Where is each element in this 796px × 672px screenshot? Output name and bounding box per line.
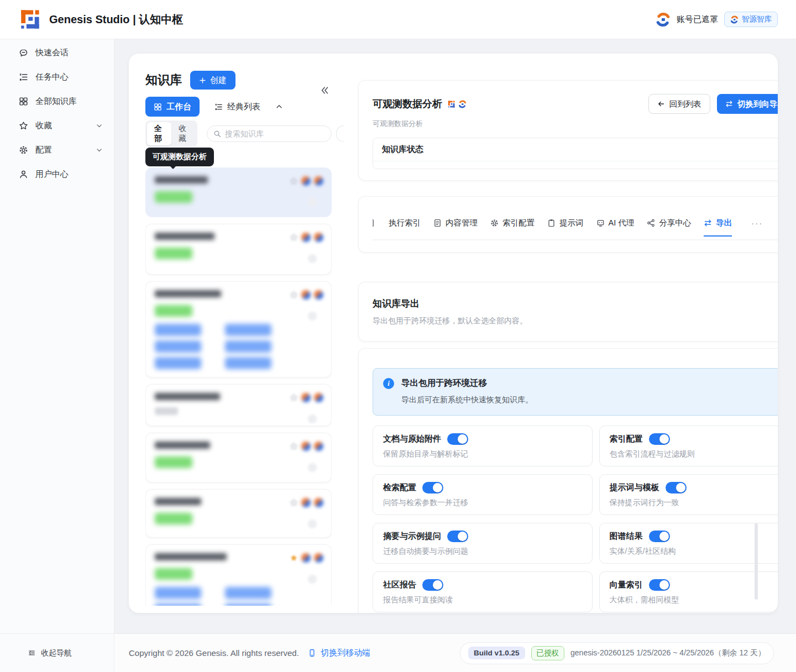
star-icon[interactable] — [290, 233, 298, 242]
toggle-switch-on[interactable] — [666, 482, 687, 494]
sidebar-item-favorites[interactable]: 收藏 — [0, 113, 114, 138]
blurred-more-button[interactable] — [308, 254, 317, 263]
option-label: 检索配置 — [383, 482, 416, 493]
model-logo-icon — [447, 100, 455, 108]
back-to-list-label: 回到列表 — [669, 99, 701, 109]
blurred-more-button[interactable] — [308, 414, 317, 423]
sidebar-item-user-center[interactable]: 用户中心 — [0, 162, 114, 186]
kb-card[interactable] — [145, 489, 332, 538]
gear-icon — [19, 145, 28, 155]
create-button[interactable]: 创建 — [190, 71, 235, 90]
blurred-model-logo-icon — [301, 442, 311, 451]
blurred-model-logo-icon — [301, 290, 311, 300]
license-info: genesis-20260125 1/25/2026 ~ 4/25/2026（剩… — [570, 648, 766, 658]
tab-workbench[interactable]: 工作台 — [145, 97, 200, 117]
option-label: 图谱结果 — [610, 531, 643, 542]
export-heading-card: 知识库导出 导出包用于跨环境迁移，默认全选全部内容。 — [358, 282, 778, 342]
tab-run-index[interactable]: 执行索引 — [389, 218, 421, 228]
sidebar-item-task-center[interactable]: 任务中心 — [0, 65, 114, 89]
switch-wizard-mode-button[interactable]: 切换到向导模式 — [717, 94, 778, 114]
blurred-model-logo-icon — [301, 553, 311, 563]
back-to-list-button[interactable]: 回到列表 — [648, 94, 710, 114]
switch-to-mobile-link[interactable]: 切换到移动端 — [308, 648, 370, 658]
kb-card[interactable] — [145, 224, 332, 275]
blurred-green-tag — [155, 248, 192, 259]
option-description: 大体积，需相同模型 — [610, 595, 778, 605]
toggle-switch-on[interactable] — [649, 433, 670, 445]
blurred-more-button[interactable] — [308, 463, 317, 472]
blurred-model-logo-icon — [314, 176, 323, 186]
status-box: 知识库状态 展开 — [373, 138, 778, 169]
more-tabs-button[interactable]: ··· — [751, 218, 763, 228]
toggle-switch-on[interactable] — [649, 579, 670, 591]
toggle-switch-on[interactable] — [649, 531, 670, 542]
blurred-model-logo-icon — [314, 553, 323, 563]
info-title: 导出包用于跨环境迁移 — [401, 377, 533, 389]
blurred-more-button[interactable] — [308, 519, 317, 528]
export-heading: 知识库导出 — [373, 297, 778, 310]
blurred-tag-grid — [155, 587, 322, 606]
toggle-switch-on[interactable] — [447, 531, 468, 542]
blurred-model-logo-icon — [301, 233, 311, 242]
tab-classic-list[interactable]: 经典列表 — [214, 102, 260, 112]
account-avatar-logo-icon[interactable] — [656, 12, 671, 27]
tenant-badge-label: 智源智库 — [742, 14, 772, 24]
filter-favorites[interactable]: 收藏 — [171, 122, 196, 145]
mobile-link-label: 切换到移动端 — [321, 648, 370, 658]
tab-index-config[interactable]: 索引配置 — [490, 218, 535, 228]
option-retrieval-config: 检索配置 问答与检索参数一并迁移 — [373, 474, 593, 515]
blurred-model-logo-icon — [301, 393, 311, 402]
star-icon[interactable] — [290, 442, 298, 450]
tab-content-management[interactable]: 内容管理 — [433, 218, 478, 228]
toggle-switch-on[interactable] — [422, 482, 443, 494]
star-filled-icon[interactable] — [290, 554, 298, 562]
collapse-nav-icon — [28, 649, 36, 657]
tab-share-center[interactable]: 分享中心 — [647, 218, 691, 228]
option-description: 包含索引流程与过滤规则 — [610, 449, 778, 459]
toggle-switch-on[interactable] — [447, 433, 468, 445]
export-options-card: i 导出包用于跨环境迁移 导出后可在新系统中快速恢复知识库。 文档与原始附件 — [358, 348, 778, 613]
model-logo-icon — [458, 100, 467, 108]
status-title: 知识库状态 — [382, 144, 423, 155]
scrollbar-thumb[interactable] — [755, 523, 758, 600]
blurred-model-logo-icon — [314, 393, 323, 402]
filter-all[interactable]: 全部 — [147, 122, 171, 145]
tab-ai-agent[interactable]: AI 代理 — [596, 218, 635, 228]
agent-icon — [596, 219, 605, 227]
sidebar-item-settings[interactable]: 配置 — [0, 138, 114, 162]
sidebar-item-all-knowledge-bases[interactable]: 全部知识库 — [0, 89, 114, 113]
option-prompt-templates: 提示词与模板 保持提示词行为一致 — [599, 474, 778, 515]
star-icon[interactable] — [290, 393, 298, 402]
option-label: 社区报告 — [383, 580, 416, 590]
blurred-card-title — [155, 176, 208, 183]
blurred-green-tag — [155, 456, 192, 468]
star-icon[interactable] — [290, 498, 298, 507]
blurred-model-logo-icon — [314, 442, 323, 451]
kb-card-favorited[interactable] — [145, 544, 332, 606]
collapse-pane-button[interactable] — [320, 86, 329, 95]
blurred-more-button[interactable] — [308, 312, 317, 321]
kb-card[interactable] — [145, 384, 332, 426]
blurred-card-title — [155, 290, 221, 297]
knowledge-card-list — [145, 167, 332, 606]
star-icon[interactable] — [290, 177, 298, 185]
clipped-control-stub — [336, 125, 344, 142]
blurred-more-button[interactable] — [308, 575, 317, 584]
kb-card[interactable] — [145, 281, 332, 377]
blurred-card-title — [155, 442, 210, 449]
star-icon[interactable] — [290, 291, 298, 299]
blurred-more-button[interactable] — [308, 198, 317, 207]
search-input[interactable] — [225, 129, 325, 138]
collapse-tabs-button[interactable] — [275, 103, 283, 111]
tab-export[interactable]: 导出 — [704, 218, 732, 228]
detail-tab-strip: 执行索引 内容管理 索引配置 — [373, 214, 778, 240]
sidebar-item-label: 收藏 — [35, 120, 52, 131]
sidebar-item-quick-chat[interactable]: 快速会话 — [0, 40, 114, 65]
detail-header-card: 可观测数据分析 回到列表 — [358, 80, 778, 181]
kb-card-selected[interactable] — [145, 167, 332, 217]
tab-prompts[interactable]: 提示词 — [547, 218, 584, 228]
kb-card[interactable] — [145, 433, 332, 482]
collapse-nav-button[interactable]: 收起导航 — [0, 633, 114, 672]
tenant-badge[interactable]: 智源智库 — [724, 12, 778, 27]
toggle-switch-on[interactable] — [422, 579, 443, 591]
